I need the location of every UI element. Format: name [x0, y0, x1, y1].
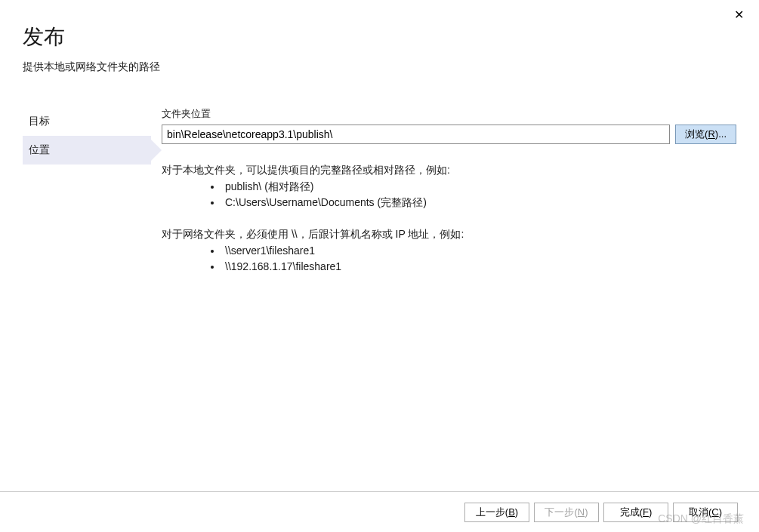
page-title: 发布: [23, 23, 736, 51]
dialog-header: 发布 提供本地或网络文件夹的路径: [0, 0, 759, 85]
help-local-example: C:\Users\Username\Documents (完整路径): [222, 195, 736, 211]
folder-location-label: 文件夹位置: [162, 107, 736, 121]
close-icon[interactable]: ✕: [730, 6, 748, 23]
help-local-example: publish\ (相对路径): [222, 179, 736, 195]
sidebar-item-target[interactable]: 目标: [23, 107, 151, 136]
help-net-intro: 对于网络文件夹，必须使用 \\，后跟计算机名称或 IP 地址，例如:: [162, 226, 736, 243]
back-button[interactable]: 上一步(B): [464, 503, 529, 522]
help-local-intro: 对于本地文件夹，可以提供项目的完整路径或相对路径，例如:: [162, 162, 736, 179]
cancel-button[interactable]: 取消(C): [673, 503, 738, 522]
folder-location-input[interactable]: [162, 125, 670, 144]
sidebar-item-location[interactable]: 位置: [23, 136, 151, 165]
sidebar: 目标 位置: [23, 107, 151, 291]
finish-button[interactable]: 完成(F): [603, 503, 668, 522]
help-text: 对于本地文件夹，可以提供项目的完整路径或相对路径，例如: publish\ (相…: [162, 162, 736, 275]
dialog-footer: 上一步(B) 下一步(N) 完成(F) 取消(C): [0, 491, 759, 532]
browse-suffix: )...: [715, 128, 727, 140]
browse-prefix: 浏览(: [685, 128, 708, 140]
browse-accel: R: [708, 128, 714, 140]
help-net-example: \\192.168.1.17\fileshare1: [222, 259, 736, 275]
main-panel: 文件夹位置 浏览(R)... 对于本地文件夹，可以提供项目的完整路径或相对路径，…: [151, 107, 736, 291]
next-button: 下一步(N): [534, 503, 599, 522]
browse-button[interactable]: 浏览(R)...: [675, 125, 736, 144]
help-net-example: \\server1\fileshare1: [222, 243, 736, 260]
page-subtitle: 提供本地或网络文件夹的路径: [23, 60, 736, 74]
